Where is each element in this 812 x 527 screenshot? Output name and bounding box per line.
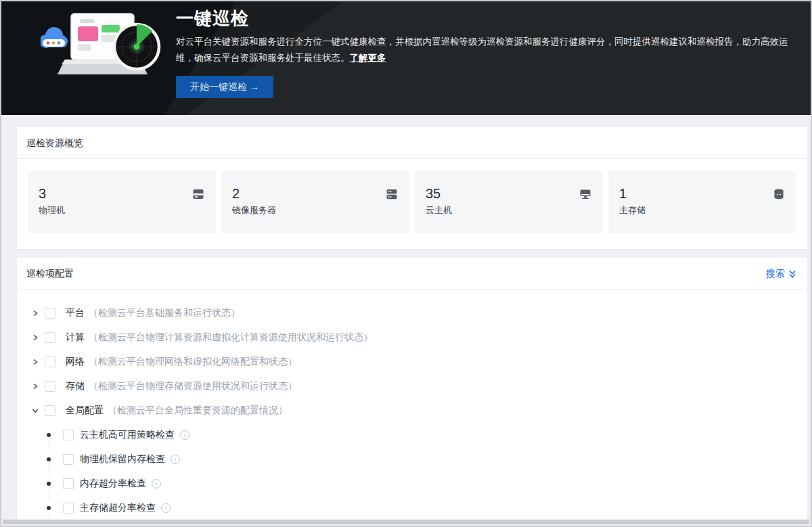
hero-banner: 一键巡检 对云平台关键资源和服务进行全方位一键式健康检查，并根据内置巡检等级为巡… [1,1,811,115]
stat-value: 2 [232,186,399,201]
inspection-tree: 平台 （检测云平台基础服务和运行状态） 计算 （检测云平台物理计算资源和虚拟化计… [17,290,807,520]
group-description: （检测云平台全局性重要资源的配置情况） [108,405,288,417]
info-icon[interactable]: i [152,479,161,488]
group-checkbox[interactable] [45,357,55,367]
group-label: 平台 [66,307,85,319]
image-server-icon [385,187,399,201]
search-toggle[interactable]: 搜索 [766,268,796,280]
chevron-right-icon[interactable] [32,359,39,365]
tree-item-row: 物理机保留内存检查 i [17,447,807,472]
group-description: （检测云平台基础服务和运行状态） [89,307,240,319]
inspection-config-card: 巡检项配置 搜索 平台 （检测云平台基础服务和运行状态） 计算 （检测云平台物理 [17,258,807,520]
double-chevron-down-icon [788,269,796,279]
resource-overview-card: 巡检资源概览 3 物理机 2 镜像服务器 35 云主机 1 主存储 [17,127,807,249]
stat-value: 1 [619,186,786,201]
tree-group-row: 全局配置 （检测云平台全局性重要资源的配置情况） [17,398,807,423]
tree-group-row: 网络 （检测云平台物理网络和虚拟化网络配置和状态） [17,350,807,374]
physical-machine-icon [191,187,205,201]
tree-group-row: 存储 （检测云平台物理存储资源使用状况和运行状态） [17,374,807,398]
item-checkbox[interactable] [63,478,74,489]
one-click-inspection-page: 一键巡检 对云平台关键资源和服务进行全方位一键式健康检查，并根据内置巡检等级为巡… [0,0,812,527]
stat-value: 35 [426,186,592,201]
search-label: 搜索 [766,268,785,280]
primary-storage-icon [772,187,786,201]
chevron-right-icon[interactable] [32,310,39,317]
item-label: 物理机保留内存检查 [80,453,165,465]
cloud-host-icon [579,187,592,201]
stat-card: 2 镜像服务器 [221,171,409,233]
group-checkbox[interactable] [45,332,55,343]
stats-grid: 3 物理机 2 镜像服务器 35 云主机 1 主存储 [17,159,807,249]
bullet-dot [47,457,51,461]
item-checkbox[interactable] [63,454,74,465]
info-icon[interactable]: i [171,455,180,464]
group-label: 计算 [66,331,85,344]
cloud-icon [41,27,68,48]
stat-label: 云主机 [426,204,592,216]
horizontal-scrollbar[interactable] [3,520,809,524]
tree-group-row: 计算 （检测云平台物理计算资源和虚拟化计算资源使用状况和运行状态） [17,325,807,350]
stat-label: 主存储 [619,204,786,216]
stat-label: 物理机 [39,204,205,216]
bullet-dot [47,482,51,486]
overview-title: 巡检资源概览 [26,137,83,150]
tree-item-row: 主存储超分率检查 i [17,496,807,520]
group-description: （检测云平台物理计算资源和虚拟化计算资源使用状况和运行状态） [89,331,373,344]
hero-description: 对云平台关键资源和服务进行全方位一键式健康检查，并根据内置巡检等级为巡检资源和服… [176,34,797,66]
group-label: 全局配置 [66,405,104,417]
group-checkbox[interactable] [45,405,55,416]
chevron-down-icon[interactable] [32,407,39,414]
tree-item-row: 内存超分率检查 i [17,472,807,496]
group-description: （检测云平台物理网络和虚拟化网络配置和状态） [89,356,297,368]
stat-value: 3 [39,186,205,201]
stat-card: 35 云主机 [415,171,603,233]
info-icon[interactable]: i [161,503,171,513]
start-inspection-button[interactable]: 开始一键巡检 → [176,76,273,98]
item-label: 主存储超分率检查 [80,502,156,514]
group-checkbox[interactable] [45,381,55,392]
tree-group-row: 平台 （检测云平台基础服务和运行状态） [17,301,807,325]
item-checkbox[interactable] [63,430,74,440]
main-content: 巡检资源概览 3 物理机 2 镜像服务器 35 云主机 1 主存储 巡检项配置 … [1,115,811,520]
chevron-right-icon[interactable] [32,383,39,390]
group-label: 存储 [66,380,85,392]
chevron-right-icon[interactable] [32,334,39,341]
group-checkbox[interactable] [45,308,55,319]
info-icon[interactable]: i [180,430,189,440]
item-label: 云主机高可用策略检查 [80,429,175,441]
group-label: 网络 [66,356,85,368]
inspection-radar-illustration [41,10,166,84]
bullet-dot [47,506,51,510]
tree-item-row: 云主机高可用策略检查 i [17,423,807,447]
learn-more-link[interactable]: 了解更多 [350,53,386,63]
page-title: 一键巡检 [176,7,797,30]
stat-card: 1 主存储 [608,171,796,233]
bullet-dot [47,433,51,437]
stat-label: 镜像服务器 [232,204,399,216]
item-checkbox[interactable] [63,503,74,513]
config-title: 巡检项配置 [26,268,74,280]
group-description: （检测云平台物理存储资源使用状况和运行状态） [89,380,297,392]
stat-card: 3 物理机 [28,171,216,233]
item-label: 内存超分率检查 [80,478,146,490]
